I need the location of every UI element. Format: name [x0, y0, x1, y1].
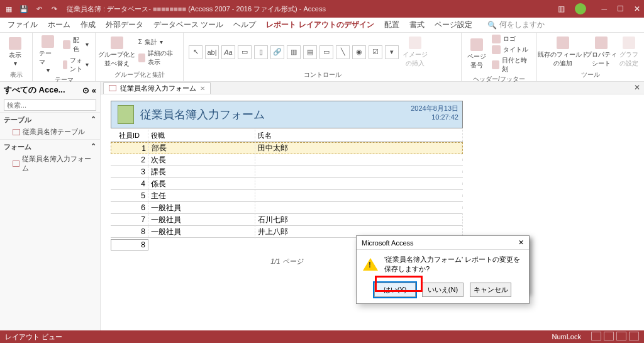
table-row[interactable]: 6一般社員 [111, 202, 463, 214]
cell-id[interactable]: 1 [111, 143, 149, 154]
cell-name[interactable] [255, 206, 463, 209]
table-row[interactable]: 7一般社員石川七郎 [111, 214, 463, 226]
document-close-button[interactable]: ✕ [634, 83, 640, 92]
table-row[interactable]: 3課長 [111, 166, 463, 178]
totals-button[interactable]: Σ集計▾ [137, 37, 178, 47]
nav-section-forms[interactable]: フォーム⌃ [4, 141, 96, 153]
property-sheet-button[interactable]: プロパティ シート [588, 35, 615, 69]
view-switcher[interactable] [589, 332, 639, 342]
table-row[interactable]: 4係長 [111, 178, 463, 190]
nav-section-tables[interactable]: テーブル⌃ [4, 114, 96, 126]
nav-pane-header[interactable]: すべての Acce...⊙ « [0, 82, 100, 98]
chart-settings-button: グラフ の設定 [619, 35, 639, 69]
minimize-button[interactable]: ─ [601, 4, 607, 13]
tell-me-search[interactable]: 🔍 何をしますか [487, 20, 545, 30]
dialog-close-icon[interactable]: ✕ [518, 239, 524, 247]
table-row[interactable]: 5主任 [111, 190, 463, 202]
document-tab[interactable]: 従業員名簿入力フォーム ✕ [103, 82, 211, 94]
tab-control[interactable]: ▯ [254, 45, 268, 59]
tab-arrange[interactable]: 配置 [379, 18, 404, 32]
cell-id[interactable]: 6 [111, 202, 148, 213]
themes-button[interactable]: テーマ▾ [38, 34, 58, 75]
cell-id[interactable]: 4 [111, 178, 148, 189]
tab-create[interactable]: 作成 [75, 18, 101, 32]
tab-database-tools[interactable]: データベース ツール [148, 18, 228, 32]
account-avatar[interactable] [575, 3, 586, 14]
cell-role[interactable]: 課長 [148, 166, 255, 179]
cell-role[interactable]: 次長 [148, 154, 255, 167]
cell-id[interactable]: 8 [111, 226, 148, 237]
line-control[interactable]: ╲ [336, 45, 350, 59]
more-controls[interactable]: ▾ [385, 45, 399, 59]
add-existing-fields-button[interactable]: 既存のフィールド の追加 [542, 35, 584, 69]
dialog-title: Microsoft Access [362, 239, 414, 247]
tab-external-data[interactable]: 外部データ [101, 18, 148, 32]
hyperlink-control[interactable]: 🔗 [270, 45, 284, 59]
page-numbers-button[interactable]: ページ 番号 [467, 37, 487, 71]
listbox-control[interactable]: ▤ [303, 45, 317, 59]
cell-name[interactable]: 田中太郎 [255, 142, 462, 155]
ribbon-options-icon[interactable]: ▥ [558, 4, 565, 13]
checkbox-control[interactable]: ☑ [369, 45, 382, 59]
ribbon-group-grouping: グループ化と集計 [101, 70, 178, 80]
tab-format[interactable]: 書式 [404, 18, 430, 32]
cell-role[interactable]: 一般社員 [148, 213, 255, 227]
maximize-button[interactable]: ☐ [617, 4, 624, 13]
fonts-button[interactable]: フォント▾ [62, 55, 90, 74]
col-header-name[interactable]: 氏名 [255, 130, 463, 142]
cell-name[interactable] [255, 194, 463, 197]
group-and-sort-button[interactable]: グループ化と 並べ替え [101, 35, 133, 69]
view-button[interactable]: 表示▾ [5, 36, 25, 68]
label-control[interactable]: Aa [221, 45, 235, 59]
report-header[interactable]: 従業員名簿入力フォーム 2024年8月13日10:27:42 [111, 101, 463, 128]
nav-item-employee-form[interactable]: 従業員名簿入力フォーム [4, 153, 96, 174]
cell-name[interactable] [255, 159, 463, 161]
colors-button[interactable]: 配色▾ [62, 35, 90, 54]
title-button[interactable]: タイトル [491, 45, 531, 55]
close-button[interactable]: ✕ [634, 4, 640, 13]
report-icon [109, 85, 116, 91]
select-control[interactable]: ↖ [189, 45, 203, 59]
cell-role[interactable]: 一般社員 [148, 225, 255, 239]
tab-page-setup[interactable]: ページ設定 [430, 18, 477, 32]
form-icon [13, 160, 19, 167]
tab-close-icon[interactable]: ✕ [200, 85, 205, 92]
total-count[interactable]: 8 [111, 239, 148, 250]
nav-search-input[interactable] [4, 99, 96, 111]
dialog-no-button[interactable]: いいえ(N) [422, 283, 464, 297]
cell-role[interactable]: 主任 [148, 189, 255, 203]
dialog-yes-button[interactable]: はい(Y) [374, 283, 416, 297]
tab-help[interactable]: ヘルプ [228, 18, 261, 32]
button-control[interactable]: ▭ [238, 45, 252, 59]
hide-details-button[interactable]: 詳細の非表示 [137, 48, 178, 67]
cell-role[interactable]: 係長 [148, 177, 255, 191]
date-time-button[interactable]: 日付と時刻 [491, 55, 531, 74]
toggle-control[interactable]: ◉ [352, 45, 366, 59]
dialog-cancel-button[interactable]: キャンセル [470, 283, 511, 297]
cell-name[interactable] [255, 171, 463, 173]
cell-name[interactable] [255, 183, 463, 185]
textbox-control[interactable]: ab| [205, 45, 219, 59]
cell-id[interactable]: 3 [111, 166, 148, 177]
col-header-role[interactable]: 役職 [148, 130, 255, 142]
col-header-id[interactable]: 社員ID [111, 130, 148, 142]
navigation-pane: すべての Acce...⊙ « テーブル⌃ 従業員名簿テーブル フォーム⌃ 従業… [0, 82, 101, 330]
tab-home[interactable]: ホーム [43, 18, 75, 32]
tab-file[interactable]: ファイル [3, 18, 43, 32]
undo-icon[interactable]: ↶ [34, 4, 44, 14]
ribbon: 表示▾ 表示 テーマ▾ 配色▾ フォント▾ テーマ グループ化と 並べ替え Σ集… [0, 33, 644, 82]
cell-id[interactable]: 7 [111, 214, 148, 225]
cell-id[interactable]: 5 [111, 190, 148, 201]
cell-name[interactable]: 石川七郎 [255, 213, 463, 227]
table-row[interactable]: 2次長 [111, 154, 463, 166]
cell-id[interactable]: 2 [111, 154, 148, 166]
cell-role[interactable]: 一般社員 [148, 201, 255, 215]
table-row[interactable]: 1部長田中太郎 [111, 142, 463, 154]
chart-control[interactable]: ▭ [319, 45, 333, 59]
redo-icon[interactable]: ↷ [49, 4, 59, 14]
tab-report-layout-design[interactable]: レポート レイアウトのデザイン [261, 18, 379, 32]
combo-control[interactable]: ▥ [287, 45, 301, 59]
save-icon[interactable]: 💾 [19, 4, 29, 14]
logo-button[interactable]: ロゴ [491, 34, 531, 44]
nav-item-employee-table[interactable]: 従業員名簿テーブル [4, 126, 96, 138]
